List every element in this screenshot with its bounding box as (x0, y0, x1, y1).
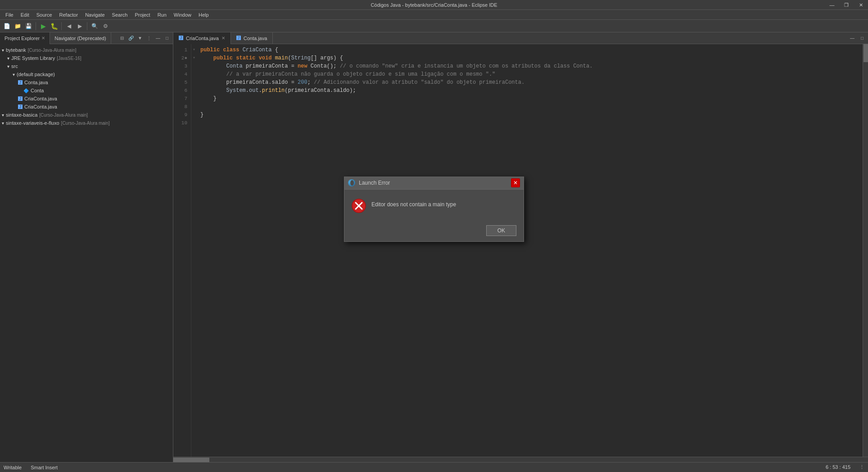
menu-window[interactable]: Window (170, 10, 195, 20)
title-bar-controls: — ❐ ✕ (825, 0, 868, 10)
tree-item-criaconta-java-1[interactable]: 🅹 CriaConta.java (0, 95, 173, 103)
minimize-panel-icon[interactable]: — (154, 34, 162, 42)
editor-minimize-icon[interactable]: — (848, 34, 856, 42)
menu-help[interactable]: Help (195, 10, 212, 20)
editor-maximize-icon[interactable]: □ (858, 34, 866, 42)
editor-area: 🅹 CriaConta.java ✕ 🅹 Conta.java — □ 1 2●… (173, 32, 868, 462)
status-insert-mode: Smart Insert (31, 465, 58, 470)
tab-criaconta[interactable]: 🅹 CriaConta.java ✕ (173, 32, 231, 44)
toolbar-back[interactable]: ◀ (64, 21, 74, 31)
menu-search[interactable]: Search (108, 10, 131, 20)
tab-conta[interactable]: 🅹 Conta.java (231, 32, 273, 44)
tree-item-bytebank[interactable]: ▾ bytebank [Curso-Java-Alura main] (0, 46, 173, 54)
status-bar: Writable Smart Insert 6 : 53 : 415 ⋮ (0, 462, 868, 472)
tree-item-src[interactable]: ▾ src (0, 62, 173, 70)
tree-label-bytebank: bytebank (6, 47, 26, 53)
minimize-button[interactable]: — (825, 0, 839, 10)
expand-icon-pkg: ▾ (13, 72, 15, 77)
status-right: 6 : 53 : 415 ⋮ (826, 464, 864, 470)
tree-label-criaconta1: CriaConta.java (24, 96, 57, 101)
expand-icon-jre: ▾ (7, 56, 9, 61)
menu-navigate[interactable]: Navigate (81, 10, 108, 20)
menu-project[interactable]: Project (131, 10, 154, 20)
tree-label-sintaxe: sintaxe-basica (6, 112, 37, 118)
tree-badge-sintaxe: [Curso-Java-Alura main] (39, 113, 88, 118)
toolbar-debug[interactable]: 🐛 (49, 21, 59, 31)
tree-item-criaconta-java-2[interactable]: 🅹 CriaConta.java (0, 103, 173, 111)
tree-badge-variaveis: [Curso-Java-Alura main] (61, 121, 110, 126)
file-icon-criaconta2: 🅹 (18, 104, 23, 109)
expand-icon-src: ▾ (7, 64, 9, 69)
menu-source[interactable]: Source (33, 10, 56, 20)
tab-project-explorer[interactable]: Project Explorer ✕ (0, 32, 50, 44)
tree-label-conta-java: Conta.java (24, 80, 48, 85)
tree-label-variaveis: sintaxe-variaveis-e-fluxo (6, 120, 59, 126)
tree-item-default-pkg[interactable]: ▾ (default package) (0, 70, 173, 78)
bottom-scrollbar[interactable] (173, 457, 868, 462)
tree-item-conta-java[interactable]: 🅹 Conta.java (0, 78, 173, 86)
toolbar-sep-2 (61, 22, 62, 30)
menu-run[interactable]: Run (154, 10, 170, 20)
editor-scrollbar[interactable] (863, 44, 868, 457)
tree-badge-jre: [JavaSE-16] (57, 56, 81, 61)
tree-label-criaconta2: CriaConta.java (24, 104, 57, 109)
tree-label-pkg: (default package) (17, 72, 55, 77)
link-with-editor-icon[interactable]: 🔗 (127, 34, 135, 42)
bottom-scrollbar-thumb[interactable] (173, 458, 209, 462)
close-button[interactable]: ✕ (854, 0, 868, 10)
window-title: Códigos Java - bytebank/src/CriaConta.ja… (371, 2, 497, 8)
expand-icon: ▾ (2, 48, 4, 53)
dialog-close-button[interactable]: ✕ (511, 178, 520, 187)
dialog-message: Editor does not contain a main type (371, 199, 516, 208)
dialog-footer: OK (344, 222, 524, 241)
code-content[interactable]: public class CriaConta { public static v… (197, 44, 863, 457)
tree-item-sintaxe-variaveis[interactable]: ▾ sintaxe-variaveis-e-fluxo [Curso-Java-… (0, 119, 173, 127)
tab-criaconta-close[interactable]: ✕ (222, 36, 225, 41)
tree-item-conta-class[interactable]: 🔷 Conta (0, 86, 173, 95)
collapse-all-icon[interactable]: ⊟ (118, 34, 126, 42)
toolbar-search[interactable]: 🔍 (90, 21, 99, 31)
tab-project-explorer-close[interactable]: ✕ (41, 36, 45, 41)
tab-navigator[interactable]: Navigator (Deprecated) (50, 32, 111, 44)
dialog-title: Launch Error (359, 180, 511, 186)
toolbar-settings[interactable]: ⚙ (100, 21, 110, 31)
line-numbers: 1 2● 3 4 5 6 7 8 9 10 (173, 44, 191, 457)
menu-refactor[interactable]: Refactor (56, 10, 82, 20)
toolbar-forward[interactable]: ▶ (75, 21, 85, 31)
tree-item-jre[interactable]: ▾ JRE System Library [JavaSE-16] (0, 54, 173, 62)
status-writable: Writable (4, 465, 22, 470)
scrollbar-thumb[interactable] (863, 44, 868, 62)
file-icon-criaconta1: 🅹 (18, 96, 23, 101)
toolbar-run[interactable]: ▶ (38, 21, 48, 31)
toolbar-sep-1 (36, 22, 36, 30)
editor-minimize-icons: — □ (848, 34, 868, 42)
restore-button[interactable]: ❐ (839, 0, 854, 10)
filter-icon[interactable]: ▼ (136, 34, 144, 42)
maximize-panel-icon[interactable]: □ (163, 34, 171, 42)
tree-label-conta-class: Conta (31, 88, 44, 93)
tab-conta-icon: 🅹 (236, 36, 241, 41)
tab-conta-label: Conta.java (244, 36, 267, 41)
dialog-ok-button[interactable]: OK (486, 225, 516, 236)
project-tree: ▾ bytebank [Curso-Java-Alura main] ▾ JRE… (0, 44, 173, 462)
tree-badge-bytebank: [Curso-Java-Alura main] (28, 48, 77, 53)
editor-tabs: 🅹 CriaConta.java ✕ 🅹 Conta.java — □ (173, 32, 868, 44)
code-editor[interactable]: 1 2● 3 4 5 6 7 8 9 10 ▾ ▾ (173, 44, 868, 457)
toolbar-new[interactable]: 📄 (2, 21, 12, 31)
panel-tab-icons: ⊟ 🔗 ▼ ⋮ — □ (118, 34, 173, 42)
class-icon-conta: 🔷 (23, 88, 29, 93)
title-bar: Códigos Java - bytebank/src/CriaConta.ja… (0, 0, 868, 10)
main-layout: Project Explorer ✕ Navigator (Deprecated… (0, 32, 868, 462)
menu-edit[interactable]: Edit (17, 10, 33, 20)
panel-tabs: Project Explorer ✕ Navigator (Deprecated… (0, 32, 173, 44)
status-options-icon[interactable]: ⋮ (859, 464, 864, 470)
view-menu-icon[interactable]: ⋮ (145, 34, 153, 42)
tree-item-sintaxe-basica[interactable]: ▾ sintaxe-basica [Curso-Java-Alura main] (0, 111, 173, 119)
menu-file[interactable]: File (2, 10, 17, 20)
toolbar-open[interactable]: 📁 (13, 21, 23, 31)
toolbar-save[interactable]: 💾 (23, 21, 33, 31)
toolbar: 📄 📁 💾 ▶ 🐛 ◀ ▶ 🔍 ⚙ (0, 20, 868, 32)
menu-bar: File Edit Source Refactor Navigate Searc… (0, 10, 868, 20)
tab-project-explorer-label: Project Explorer (5, 36, 40, 41)
toolbar-sep-3 (87, 22, 87, 30)
